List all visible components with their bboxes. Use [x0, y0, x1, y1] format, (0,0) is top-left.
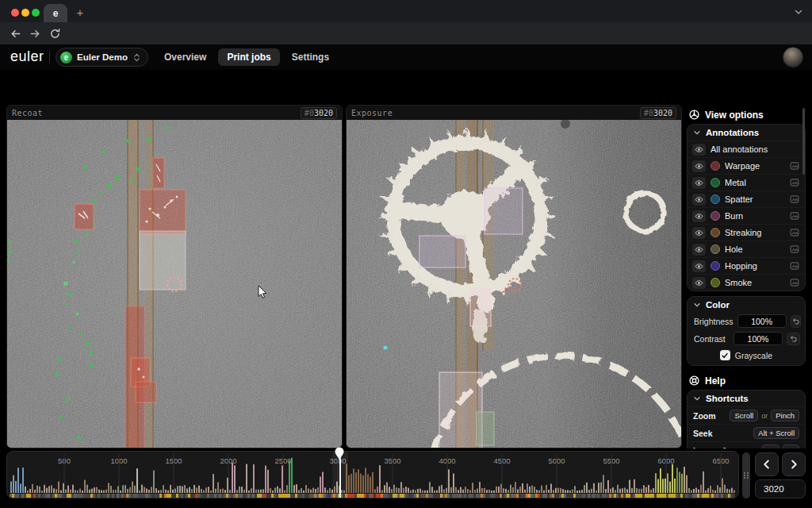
workspace-switcher[interactable]: e Euler Demo	[56, 48, 148, 67]
previous-layer-button[interactable]	[755, 452, 779, 476]
timeline-resize-handle[interactable]	[742, 452, 750, 498]
window-minimize-button[interactable]	[21, 9, 29, 17]
shortcut-keys: ScrollorPinch	[730, 410, 799, 421]
color-section-header[interactable]: Color	[688, 297, 805, 313]
visibility-toggle[interactable]	[692, 160, 706, 172]
recoat-panel: Recoat #03020	[6, 105, 343, 448]
shortcut-row: Layer ±1←→	[688, 441, 805, 448]
nav-overview[interactable]: Overview	[155, 48, 215, 66]
example-image-button[interactable]	[789, 177, 800, 188]
shortcuts-section-header[interactable]: Shortcuts	[688, 391, 805, 406]
visibility-toggle[interactable]	[692, 260, 706, 272]
contrast-row: Contrast	[688, 330, 805, 348]
window-zoom-button[interactable]	[32, 9, 40, 17]
brightness-reset-button[interactable]	[791, 315, 801, 328]
brightness-input[interactable]	[737, 314, 787, 328]
contrast-reset-button[interactable]	[787, 333, 800, 345]
chevron-left-icon	[762, 460, 772, 469]
key-badge: Alt + Scroll	[753, 427, 799, 439]
tab-list-chevron-icon[interactable]	[793, 6, 804, 21]
exposure-layer-badge: #03020	[640, 107, 676, 119]
scrubber-handle[interactable]	[333, 446, 346, 465]
example-image-button[interactable]	[789, 160, 800, 171]
chevron-down-icon	[693, 129, 701, 137]
nav-print-jobs[interactable]: Print jobs	[218, 48, 279, 66]
annotation-label: Spatter	[725, 194, 784, 204]
layer-histogram[interactable]	[7, 452, 739, 498]
browser-tab[interactable]: e	[44, 4, 67, 22]
next-layer-button[interactable]	[782, 452, 806, 476]
annotation-color-dot	[710, 194, 720, 204]
visibility-toggle[interactable]	[692, 210, 706, 222]
annotations-section-header[interactable]: Annotations	[688, 125, 805, 140]
eye-icon	[695, 212, 703, 221]
annotation-row-metal: Metal	[688, 174, 805, 190]
view-options-icon	[688, 109, 700, 121]
eye-icon	[695, 162, 703, 171]
recoat-panel-title: Recoat	[12, 109, 43, 117]
exposure-image[interactable]	[347, 120, 682, 448]
annotation-row-burn: Burn	[688, 207, 805, 224]
annotation-row-smoke: Smoke	[688, 274, 805, 291]
brightness-row: Brightness	[688, 313, 805, 330]
timeline-track[interactable]: 5001000150020002500300035004000450050005…	[6, 451, 739, 498]
annotation-label: Streaking	[725, 228, 784, 237]
workspace-name: Euler Demo	[77, 52, 128, 62]
key-badge: →	[783, 444, 800, 448]
layer-timeline: 5001000150020002500300035004000450050005…	[6, 451, 739, 498]
forward-icon[interactable]	[28, 26, 42, 40]
reload-icon[interactable]	[48, 26, 62, 40]
key-badge: ←	[762, 444, 779, 448]
example-image-button[interactable]	[789, 244, 800, 255]
annotation-row-warpage: Warpage	[688, 157, 805, 174]
eye-icon	[695, 245, 703, 254]
example-image-button[interactable]	[789, 194, 800, 205]
annotation-row-hole: Hole	[688, 241, 805, 257]
annotation-color-dot	[710, 228, 720, 237]
view-options-header: View options	[687, 105, 806, 124]
example-image-button[interactable]	[789, 260, 800, 271]
layer-number-input[interactable]	[755, 479, 806, 498]
back-icon[interactable]	[8, 26, 22, 40]
nav-settings[interactable]: Settings	[283, 48, 338, 66]
annotation-row-streaking: Streaking	[688, 224, 805, 241]
thumbnail-icon	[790, 194, 799, 204]
sidebar-scrollbar[interactable]	[802, 108, 805, 175]
grayscale-checkbox[interactable]	[720, 350, 730, 360]
example-image-button[interactable]	[789, 227, 800, 238]
undo-icon	[791, 317, 800, 325]
thumbnail-icon	[790, 228, 799, 237]
browser-tab-bar: e +	[0, 0, 812, 22]
all-annotations-row: All annotations	[688, 140, 805, 157]
annotation-label: Smoke	[725, 278, 784, 287]
eye-icon	[695, 179, 703, 187]
user-avatar[interactable]	[783, 47, 803, 67]
shortcut-keys: Alt + Scroll	[753, 427, 799, 439]
visibility-toggle[interactable]	[692, 227, 706, 239]
example-image-button[interactable]	[789, 210, 800, 221]
annotation-color-dot	[710, 178, 720, 187]
unfold-chevrons-icon	[132, 52, 141, 63]
contrast-input[interactable]	[733, 332, 783, 345]
visibility-toggle[interactable]	[692, 194, 706, 206]
shortcut-row: SeekAlt + Scroll	[688, 424, 805, 441]
example-image-button[interactable]	[789, 277, 800, 288]
visibility-toggle[interactable]	[692, 277, 706, 289]
annotation-color-dot	[710, 161, 720, 171]
window-close-button[interactable]	[11, 9, 19, 17]
visibility-toggle[interactable]	[692, 177, 706, 189]
check-icon	[721, 352, 729, 360]
thumbnail-icon	[790, 178, 799, 187]
exposure-panel: Exposure #03020	[346, 105, 682, 448]
shortcut-label: Layer ±1	[693, 446, 762, 449]
new-tab-button[interactable]: +	[71, 3, 89, 21]
euler-logo[interactable]: euler	[10, 48, 44, 65]
visibility-toggle[interactable]	[692, 244, 706, 256]
browser-window: e + euler3d.com/app/euler-demo/print/01J…	[0, 0, 812, 508]
eye-icon	[695, 195, 703, 204]
thumbnail-icon	[790, 278, 799, 287]
key-badge: Scroll	[730, 410, 758, 421]
all-annotations-visibility-toggle[interactable]	[692, 144, 706, 156]
recoat-panel-header: Recoat #03020	[7, 106, 342, 120]
recoat-image[interactable]	[7, 120, 343, 448]
